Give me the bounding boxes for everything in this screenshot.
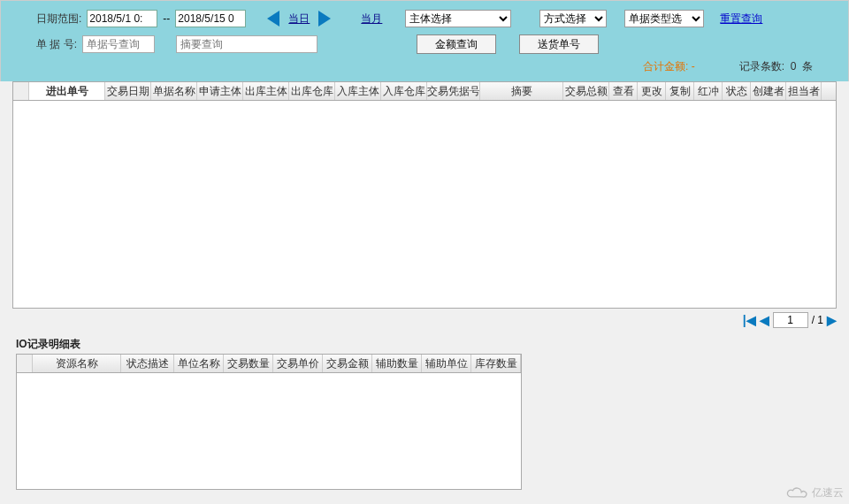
total-amount: 合计金额: - bbox=[643, 59, 695, 74]
mode-select[interactable]: 方式选择 bbox=[539, 10, 607, 27]
date-from-input[interactable] bbox=[87, 10, 157, 27]
next-day-icon[interactable] bbox=[318, 11, 331, 27]
pager-total: / 1 bbox=[812, 314, 823, 326]
pager-next-icon[interactable]: ▶ bbox=[827, 313, 837, 327]
detail-col-header[interactable]: 单位名称 bbox=[174, 355, 224, 372]
detail-title: IO记录明细表 bbox=[0, 332, 849, 354]
grid-col-header[interactable]: 创建者 bbox=[751, 82, 786, 100]
grid-col-header[interactable]: 出库主体 bbox=[243, 82, 289, 100]
pager-prev-icon[interactable]: ◀ bbox=[760, 313, 769, 327]
watermark: 亿速云 bbox=[785, 485, 844, 500]
date-range-label: 日期范围: bbox=[36, 11, 81, 27]
pager: |◀ ◀ / 1 ▶ bbox=[0, 309, 849, 332]
grid-col-header[interactable]: 交易日期 bbox=[105, 82, 151, 100]
grid-col-header[interactable]: 状态 bbox=[723, 82, 751, 100]
grid-col-header[interactable] bbox=[13, 82, 29, 100]
main-grid: 进出单号交易日期单据名称申请主体出库主体出库仓库入库主体入库仓库交易凭据号摘要交… bbox=[0, 81, 849, 309]
grid-col-header[interactable]: 交易凭据号 bbox=[427, 82, 480, 100]
bill-type-select[interactable]: 单据类型选 bbox=[624, 10, 704, 27]
detail-col-header[interactable]: 资源名称 bbox=[33, 355, 121, 372]
grid-col-header[interactable]: 复制 bbox=[666, 82, 694, 100]
grid-col-header[interactable]: 担当者 bbox=[786, 82, 822, 100]
grid-col-header[interactable]: 进出单号 bbox=[29, 82, 105, 100]
toolbar-row-2: 单 据 号: 金额查询 送货单号 bbox=[1, 31, 848, 57]
grid-col-header[interactable]: 红冲 bbox=[694, 82, 723, 100]
watermark-text: 亿速云 bbox=[812, 485, 844, 500]
grid-body[interactable] bbox=[12, 101, 837, 309]
bill-no-input[interactable] bbox=[82, 35, 155, 53]
detail-grid: 资源名称状态描述单位名称交易数量交易单价交易金额辅助数量辅助单位库存数量 bbox=[0, 354, 849, 490]
summary-input[interactable] bbox=[176, 35, 317, 53]
detail-col-header[interactable]: 辅助单位 bbox=[422, 355, 471, 372]
grid-col-header[interactable]: 摘要 bbox=[480, 82, 563, 100]
detail-col-header[interactable]: 交易数量 bbox=[224, 355, 273, 372]
prev-day-icon[interactable] bbox=[267, 11, 279, 27]
detail-col-header[interactable]: 状态描述 bbox=[121, 355, 174, 372]
detail-body[interactable] bbox=[16, 373, 522, 490]
grid-header: 进出单号交易日期单据名称申请主体出库主体出库仓库入库主体入库仓库交易凭据号摘要交… bbox=[12, 81, 837, 101]
grid-col-header[interactable]: 单据名称 bbox=[151, 82, 197, 100]
grid-col-header[interactable]: 申请主体 bbox=[197, 82, 243, 100]
grid-col-header[interactable]: 交易总额 bbox=[563, 82, 609, 100]
grid-col-header[interactable]: 查看 bbox=[609, 82, 638, 100]
reset-query-link[interactable]: 重置查询 bbox=[720, 11, 762, 27]
record-count: 记录条数: 0 条 bbox=[739, 59, 813, 74]
grid-col-header[interactable]: 入库主体 bbox=[335, 82, 381, 100]
bill-no-label: 单 据 号: bbox=[36, 37, 77, 52]
date-separator: -- bbox=[163, 12, 170, 25]
grid-col-header[interactable]: 出库仓库 bbox=[289, 82, 335, 100]
today-button[interactable]: 当日 bbox=[285, 11, 313, 27]
summary-bar: 合计金额: - 记录条数: 0 条 bbox=[1, 57, 848, 78]
delivery-no-button[interactable]: 送货单号 bbox=[519, 34, 599, 54]
month-button[interactable]: 当月 bbox=[357, 11, 386, 27]
toolbar-row-1: 日期范围: -- 当日 当月 主体选择 方式选择 单据类型选 重置查询 bbox=[1, 6, 848, 31]
amount-query-button[interactable]: 金额查询 bbox=[417, 34, 496, 54]
cloud-icon bbox=[785, 486, 808, 500]
detail-col-header[interactable]: 辅助数量 bbox=[372, 355, 422, 372]
detail-col-header[interactable]: 交易单价 bbox=[273, 355, 323, 372]
subject-select[interactable]: 主体选择 bbox=[405, 10, 511, 27]
detail-col-header[interactable]: 库存数量 bbox=[471, 355, 521, 372]
detail-header: 资源名称状态描述单位名称交易数量交易单价交易金额辅助数量辅助单位库存数量 bbox=[16, 354, 522, 373]
pager-page-input[interactable] bbox=[773, 312, 808, 328]
grid-col-header[interactable]: 入库仓库 bbox=[381, 82, 427, 100]
detail-col-header[interactable] bbox=[17, 355, 33, 372]
grid-col-header[interactable]: 更改 bbox=[638, 82, 666, 100]
pager-first-icon[interactable]: |◀ bbox=[743, 313, 756, 327]
date-to-input[interactable] bbox=[175, 10, 246, 27]
toolbar: 日期范围: -- 当日 当月 主体选择 方式选择 单据类型选 重置查询 单 据 … bbox=[0, 0, 849, 81]
detail-col-header[interactable]: 交易金额 bbox=[323, 355, 372, 372]
